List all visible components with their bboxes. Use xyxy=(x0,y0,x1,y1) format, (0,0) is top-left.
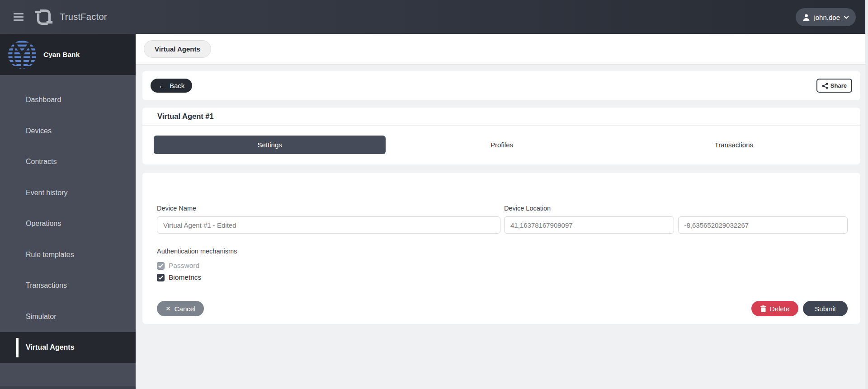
hamburger-menu-icon[interactable] xyxy=(14,11,24,23)
cancel-button[interactable]: ✕ Cancel xyxy=(157,301,204,316)
trash-icon xyxy=(760,305,766,312)
page-title: Virtual Agent #1 xyxy=(157,112,214,121)
share-icon xyxy=(822,83,828,89)
check-icon xyxy=(158,276,163,280)
sidebar-item-label: Event history xyxy=(26,189,67,197)
tab-profiles[interactable]: Profiles xyxy=(386,136,618,154)
auth-mechanisms-section: Authentication mechanisms Password xyxy=(157,248,848,282)
sidebar-item-dashboard[interactable]: Dashboard xyxy=(0,84,136,116)
sidebar-menu: Dashboard Devices Contracts Event histor… xyxy=(0,75,136,363)
breadcrumb[interactable]: Virtual Agents xyxy=(144,40,211,58)
main-area: Virtual Agents ← Back Share Virtual A xyxy=(136,34,868,389)
submit-button[interactable]: Submit xyxy=(803,301,848,316)
page-header: Virtual Agents xyxy=(136,34,868,65)
device-name-group: Device Name xyxy=(157,205,500,234)
sidebar: Cyan Bank Dashboard Devices Contracts Ev… xyxy=(0,34,136,389)
top-navbar: TrustFactor john.doe xyxy=(0,0,868,34)
sidebar-header: Cyan Bank xyxy=(0,34,136,75)
user-icon xyxy=(802,14,810,21)
settings-form-card: Device Name Device Location Authenticati… xyxy=(142,173,860,324)
username-label: john.doe xyxy=(814,14,840,21)
delete-button[interactable]: Delete xyxy=(751,301,798,316)
latitude-input[interactable] xyxy=(504,216,674,234)
sidebar-item-contracts[interactable]: Contracts xyxy=(0,146,136,178)
sidebar-item-label: Dashboard xyxy=(26,96,61,104)
password-checkbox-row: Password xyxy=(157,261,848,270)
sidebar-item-label: Contracts xyxy=(26,158,57,166)
toolbar-card: ← Back Share xyxy=(142,71,860,100)
sidebar-item-label: Transactions xyxy=(26,281,67,290)
active-item-indicator xyxy=(16,338,19,357)
cancel-button-label: Cancel xyxy=(175,305,196,313)
bank-name: Cyan Bank xyxy=(43,51,80,59)
agent-card: Virtual Agent #1 Settings Profiles Trans… xyxy=(142,108,860,164)
back-button-label: Back xyxy=(170,82,184,89)
tab-bar: Settings Profiles Transactions xyxy=(142,126,860,164)
chevron-down-icon xyxy=(844,15,849,19)
sidebar-item-virtual-agents[interactable]: Virtual Agents xyxy=(0,332,136,363)
sidebar-item-label: Devices xyxy=(26,127,52,135)
sidebar-item-label: Operations xyxy=(26,220,61,228)
form-actions: ✕ Cancel Delete Submit xyxy=(157,301,848,316)
biometrics-checkbox-row: Biometrics xyxy=(157,273,848,282)
sidebar-item-devices[interactable]: Devices xyxy=(0,116,136,147)
sidebar-item-simulator[interactable]: Simulator xyxy=(0,301,136,333)
sidebar-item-event-history[interactable]: Event history xyxy=(0,178,136,209)
password-checkbox[interactable] xyxy=(157,262,165,270)
sidebar-bottom-strip xyxy=(0,386,136,389)
sidebar-item-operations[interactable]: Operations xyxy=(0,208,136,239)
sidebar-item-label: Rule templates xyxy=(26,251,74,259)
tab-settings[interactable]: Settings xyxy=(154,136,386,154)
page-scrollbar[interactable] xyxy=(865,0,868,389)
agent-card-header: Virtual Agent #1 xyxy=(142,108,860,126)
longitude-input[interactable] xyxy=(678,216,848,234)
submit-button-label: Submit xyxy=(815,305,836,313)
content: ← Back Share Virtual Agent #1 Settings P xyxy=(136,71,868,324)
sidebar-item-transactions[interactable]: Transactions xyxy=(0,270,136,301)
check-icon xyxy=(158,264,163,268)
share-button[interactable]: Share xyxy=(816,79,852,93)
sidebar-item-label: Simulator xyxy=(26,313,57,321)
brand-title: TrustFactor xyxy=(60,12,107,22)
sidebar-item-label: Virtual Agents xyxy=(26,343,75,352)
share-button-label: Share xyxy=(830,82,847,89)
device-location-group: Device Location xyxy=(504,205,848,234)
tab-transactions[interactable]: Transactions xyxy=(618,136,850,154)
user-menu[interactable]: john.doe xyxy=(796,8,856,26)
auth-mechanisms-label: Authentication mechanisms xyxy=(157,248,848,255)
device-name-label: Device Name xyxy=(157,205,500,212)
arrow-left-icon: ← xyxy=(158,82,165,89)
close-icon: ✕ xyxy=(165,305,171,312)
biometrics-checkbox-label: Biometrics xyxy=(169,273,201,281)
cyan-bank-logo-icon xyxy=(8,41,36,69)
password-checkbox-label: Password xyxy=(169,262,199,270)
device-name-input[interactable] xyxy=(157,216,500,234)
back-button[interactable]: ← Back xyxy=(151,79,192,93)
biometrics-checkbox[interactable] xyxy=(157,274,165,281)
device-location-label: Device Location xyxy=(504,205,848,212)
delete-button-label: Delete xyxy=(770,305,789,313)
trustfactor-logo-icon xyxy=(33,6,54,28)
sidebar-item-rule-templates[interactable]: Rule templates xyxy=(0,239,136,271)
